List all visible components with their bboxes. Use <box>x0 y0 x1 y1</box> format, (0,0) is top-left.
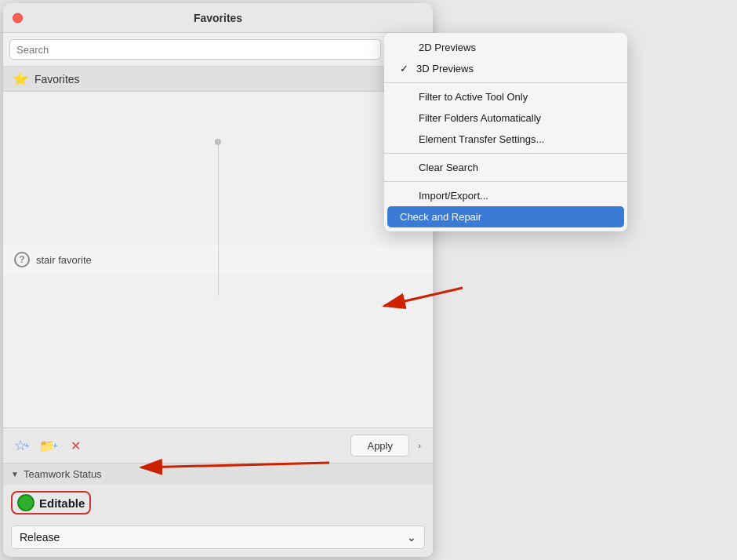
add-folder-button[interactable]: 📁 + <box>38 435 60 456</box>
scene: Favorites ⚙ › ⭐ Favorites ? <box>0 0 737 560</box>
divider-line <box>218 139 219 296</box>
menu-item-label: 3D Previews <box>416 63 474 75</box>
editable-status-label: Editable <box>39 496 85 510</box>
menu-item-2d-previews[interactable]: 2D Previews <box>384 37 627 58</box>
favorites-header: ⭐ Favorites <box>3 67 433 92</box>
title-bar: Favorites <box>3 3 433 33</box>
menu-item-import-export[interactable]: Import/Export... <box>384 185 627 206</box>
release-dropdown[interactable]: Release ⌄ <box>11 525 425 549</box>
release-row: Release ⌄ <box>3 521 433 557</box>
release-label: Release <box>20 531 60 544</box>
delete-icon: ✕ <box>71 438 81 453</box>
menu-item-clear-search[interactable]: Clear Search <box>384 157 627 178</box>
search-bar: ⚙ › <box>3 33 433 67</box>
search-input[interactable] <box>9 39 381 60</box>
panel-content: ? stair favorite <box>3 92 433 427</box>
menu-item-3d-previews[interactable]: 3D Previews <box>384 58 627 79</box>
menu-separator-3 <box>384 181 627 182</box>
menu-item-label: Clear Search <box>419 162 478 173</box>
menu-item-label: Check and Repair <box>400 211 481 223</box>
dropdown-chevron-icon: ⌄ <box>407 531 416 544</box>
menu-item-label: Import/Export... <box>419 190 488 202</box>
delete-button[interactable]: ✕ <box>64 435 86 456</box>
menu-item-filter-active[interactable]: Filter to Active Tool Only <box>384 86 627 107</box>
menu-item-label: Filter to Active Tool Only <box>419 91 528 103</box>
green-status-dot <box>17 494 34 511</box>
bottom-toolbar: ☆ + 📁 + ✕ Apply › <box>3 427 433 463</box>
add-favorite-button[interactable]: ☆ + <box>11 435 33 456</box>
menu-item-filter-folders[interactable]: Filter Folders Automatically <box>384 107 627 129</box>
favorites-label: Favorites <box>34 73 80 85</box>
teamwork-header: ▼ Teamwork Status <box>3 464 433 485</box>
context-menu: 2D Previews 3D Previews Filter to Active… <box>384 33 627 231</box>
teamwork-label: Teamwork Status <box>24 468 102 480</box>
toolbar-expand-button[interactable]: › <box>414 441 425 450</box>
item-label: stair favorite <box>36 254 92 266</box>
close-button[interactable] <box>13 13 23 23</box>
menu-item-label: 2D Previews <box>419 42 476 53</box>
toolbar-chevron-right-icon: › <box>418 441 421 450</box>
window-title: Favorites <box>194 12 242 24</box>
item-unknown-icon: ? <box>14 252 30 267</box>
spacer-area <box>3 92 433 245</box>
triangle-down-icon: ▼ <box>11 470 19 478</box>
apply-button[interactable]: Apply <box>350 435 409 456</box>
menu-item-element-transfer[interactable]: Element Transfer Settings... <box>384 129 627 150</box>
menu-separator-1 <box>384 82 627 83</box>
editable-badge: Editable <box>11 491 91 515</box>
menu-separator-2 <box>384 153 627 154</box>
favorites-panel: Favorites ⚙ › ⭐ Favorites ? <box>3 3 433 557</box>
menu-item-check-repair[interactable]: Check and Repair <box>387 206 624 227</box>
teamwork-section: ▼ Teamwork Status Editable Release ⌄ <box>3 463 433 557</box>
bottom-spacer <box>3 274 433 427</box>
menu-item-label: Filter Folders Automatically <box>419 112 541 124</box>
folder-plus-icon: + <box>53 441 57 450</box>
menu-item-label: Element Transfer Settings... <box>419 133 544 145</box>
add-plus-icon: + <box>24 441 29 450</box>
editable-row: Editable <box>3 485 433 521</box>
favorites-folder-icon: ⭐ <box>13 71 28 86</box>
